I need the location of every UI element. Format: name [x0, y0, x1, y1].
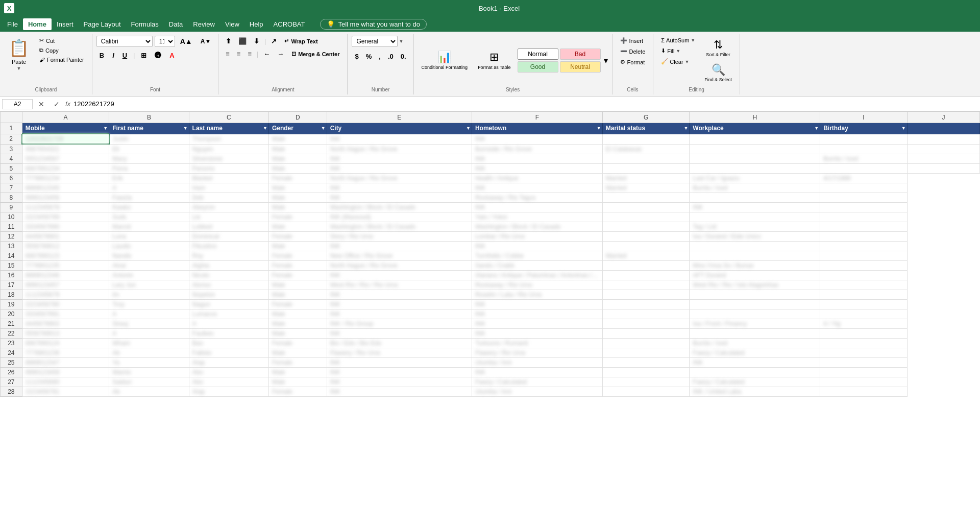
cell-r21-c5[interactable]: INK: [472, 319, 602, 329]
table-header-col-1[interactable]: First name▼: [109, 123, 189, 134]
menu-item-insert[interactable]: Insert: [52, 18, 79, 30]
cell-r27-c0[interactable]: 1112345680: [22, 377, 109, 387]
cell-r15-c6[interactable]: [602, 261, 690, 271]
cell-r17-c1[interactable]: Lary Jun: [109, 280, 189, 290]
cell-r5-c4[interactable]: INK: [327, 164, 472, 174]
paste-button[interactable]: 📋 Paste ▼: [4, 36, 34, 74]
filter-arrow[interactable]: ▼: [103, 126, 108, 131]
cell-r9-c0[interactable]: 1112345678: [22, 203, 109, 212]
cell-r23-c5[interactable]: Turksons / Rumanti: [472, 339, 602, 348]
cell-r26-c6[interactable]: [602, 368, 690, 377]
font-color-button[interactable]: A: [166, 50, 177, 61]
cell-r28-c0[interactable]: 2223456781: [22, 387, 109, 397]
menu-item-review[interactable]: Review: [188, 18, 220, 30]
cell-r13-c2[interactable]: Fikustino: [189, 242, 268, 251]
row-header-8[interactable]: 8: [1, 193, 22, 203]
cell-r3-c5[interactable]: Burnside / Rio Grove: [472, 144, 602, 154]
cell-r26-c2[interactable]: Abo: [189, 368, 268, 377]
cell-r25-c2[interactable]: Atap: [189, 358, 268, 368]
table-header-col-0[interactable]: Mobile▼: [22, 123, 109, 134]
cell-r8-c2[interactable]: Deb: [189, 193, 268, 203]
cell-r20-c2[interactable]: Lumacos: [189, 309, 268, 319]
cell-r19-c0[interactable]: 2223456780: [22, 300, 109, 309]
cell-r15-c5[interactable]: Sands / Crabb: [472, 261, 602, 271]
row-header-27[interactable]: 27: [1, 377, 22, 387]
filter-arrow[interactable]: ▼: [183, 126, 188, 131]
cell-r26-c5[interactable]: INK: [472, 368, 602, 377]
table-header-col-6[interactable]: Marital status▼: [602, 123, 690, 134]
col-header-d[interactable]: D: [268, 112, 327, 123]
cell-r3-c0[interactable]: 4987654321: [22, 144, 109, 154]
cell-r13-c0[interactable]: 5556789012: [22, 242, 109, 251]
cell-r11-c8[interactable]: [820, 222, 908, 232]
comma-button[interactable]: ,: [376, 51, 384, 62]
cell-r10-c6[interactable]: [602, 212, 690, 222]
cell-r8-c8[interactable]: [820, 193, 908, 203]
cell-r19-c1[interactable]: Troy: [109, 300, 189, 309]
font-family-select[interactable]: Calibri: [96, 36, 153, 47]
cell-r2-c4[interactable]: INK: [327, 134, 472, 144]
cell-r5-c2[interactable]: Parsons: [189, 164, 268, 174]
cell-r11-c6[interactable]: [602, 222, 690, 232]
cell-r27-c7[interactable]: Fawzy / Calculated: [690, 377, 820, 387]
cell-r9-c6[interactable]: [602, 203, 690, 212]
cell-r16-c4[interactable]: INK: [327, 271, 472, 280]
cell-r27-c4[interactable]: INK: [327, 377, 472, 387]
styles-more-icon[interactable]: ▾: [604, 56, 608, 65]
autosum-button[interactable]: Σ AutoSum ▼: [657, 36, 699, 45]
cell-r19-c6[interactable]: [602, 300, 690, 309]
cell-r25-c6[interactable]: [602, 358, 690, 368]
cell-r8-c5[interactable]: Rockaway / Rio Tagus: [472, 193, 602, 203]
row-header-5[interactable]: 5: [1, 164, 22, 174]
filter-arrow[interactable]: ▼: [321, 126, 326, 131]
cell-r7-c1[interactable]: A: [109, 183, 189, 193]
cell-r22-c0[interactable]: 5556789013: [22, 329, 109, 339]
cell-r13-c7[interactable]: [690, 242, 820, 251]
cell-r7-c6[interactable]: Married: [602, 183, 690, 193]
fill-button[interactable]: ⬇ Fill ▼: [657, 46, 699, 56]
confirm-formula-button[interactable]: ✓: [50, 99, 63, 110]
row-header-22[interactable]: 22: [1, 329, 22, 339]
cell-r25-c7[interactable]: INK: [690, 358, 820, 368]
filter-arrow[interactable]: ▼: [683, 126, 688, 131]
cell-r28-c7[interactable]: INK / United Laba: [690, 387, 820, 397]
cell-r26-c1[interactable]: Wamis: [109, 368, 189, 377]
cell-r28-c6[interactable]: [602, 387, 690, 397]
cell-r8-c7[interactable]: [690, 193, 820, 203]
cell-r14-c6[interactable]: Married: [602, 251, 690, 261]
cell-r5-c1[interactable]: Fiona: [109, 164, 189, 174]
cell-r19-c2[interactable]: Nagun: [189, 300, 268, 309]
cell-r26-c7[interactable]: [690, 368, 820, 377]
row-header-13[interactable]: 13: [1, 242, 22, 251]
cell-r2-c0[interactable]: 12022621729: [22, 134, 109, 144]
cell-r26-c8[interactable]: [820, 368, 908, 377]
cell-r11-c1[interactable]: Marcid: [109, 222, 189, 232]
cell-r15-c7[interactable]: Miss I'msa So / Bursar: [690, 261, 820, 271]
italic-button[interactable]: I: [109, 50, 117, 61]
cell-r18-c8[interactable]: [820, 290, 908, 300]
number-dropdown-icon[interactable]: ▼: [399, 39, 403, 44]
cell-r25-c8[interactable]: [820, 358, 908, 368]
cell-r4-c7[interactable]: [690, 154, 820, 164]
cell-r16-c7[interactable]: AFT Durand: [690, 271, 820, 280]
cell-r20-c1[interactable]: A: [109, 309, 189, 319]
cell-r17-c8[interactable]: [820, 280, 908, 290]
cell-r6-c1[interactable]: Erik: [109, 174, 189, 183]
cell-r23-c8[interactable]: [820, 339, 908, 348]
cell-r12-c1[interactable]: Luna: [109, 232, 189, 242]
cell-r5-c3[interactable]: Male: [268, 164, 327, 174]
cell-r6-c0[interactable]: 7778901234: [22, 174, 109, 183]
cell-r24-c3[interactable]: Male: [268, 348, 327, 358]
cell-r2-c2[interactable]: Thompson: [189, 134, 268, 144]
cell-r2-c6[interactable]: [602, 134, 690, 144]
cell-r4-c9[interactable]: [907, 154, 979, 164]
col-header-c[interactable]: C: [189, 112, 268, 123]
cell-r22-c4[interactable]: INK: [327, 329, 472, 339]
number-format-select[interactable]: General: [352, 36, 398, 47]
col-header-f[interactable]: F: [472, 112, 602, 123]
row-header-21[interactable]: 21: [1, 319, 22, 329]
table-header-col-2[interactable]: Last name▼: [189, 123, 268, 134]
cell-r18-c7[interactable]: [690, 290, 820, 300]
cell-r14-c5[interactable]: Turnfolds / Cobbe: [472, 251, 602, 261]
cell-r14-c1[interactable]: Nandis: [109, 251, 189, 261]
